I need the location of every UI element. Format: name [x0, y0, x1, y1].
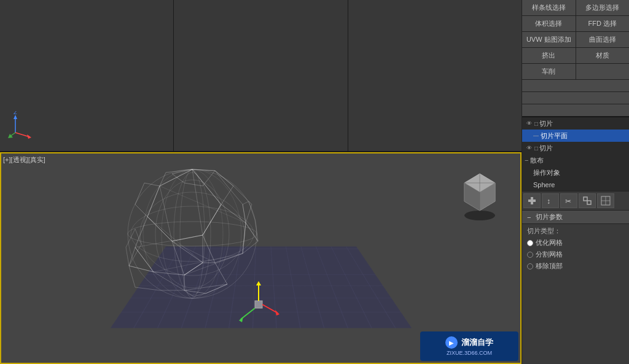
- tree-dot-line: —: [533, 133, 539, 139]
- empty-row-2: [522, 92, 629, 104]
- radio-row-1[interactable]: 优化网格: [522, 237, 629, 249]
- radio-label-split: 分割网格: [536, 250, 563, 259]
- radio-label-optimize: 优化网格: [536, 238, 563, 247]
- svg-point-11: [155, 180, 229, 288]
- tool-snap-icon[interactable]: [579, 193, 596, 208]
- params-panel: − 切片参数 切片类型： 优化网格 分割网格 移除顶部: [522, 211, 629, 364]
- btn-vol-select[interactable]: 体积选择: [522, 16, 576, 31]
- svg-marker-1: [14, 115, 17, 119]
- svg-line-36: [154, 254, 243, 272]
- empty-row-1: [522, 80, 629, 92]
- svg-rect-61: [587, 201, 591, 204]
- params-title: 切片参数: [536, 212, 563, 222]
- tree-item-sphere[interactable]: Sphere: [522, 179, 629, 191]
- tree-item-scatter[interactable]: − 散布: [522, 154, 629, 166]
- svg-point-13: [180, 169, 205, 298]
- svg-line-34: [184, 254, 243, 275]
- svg-text:✂: ✂: [565, 197, 571, 206]
- svg-marker-17: [203, 204, 246, 263]
- tool-icons-row: ↕ ✂: [522, 191, 629, 211]
- button-grid: 样条线选择 多边形选择 体积选择 FFD 选择 UVW 贴图添加 曲面选择 挤出…: [522, 0, 629, 80]
- right-panel: 样条线选择 多边形选择 体积选择 FFD 选择 UVW 贴图添加 曲面选择 挤出…: [522, 0, 629, 364]
- tool-arrow-icon[interactable]: ↕: [542, 193, 559, 208]
- tree-label-slice-plane: 切片平面: [541, 131, 568, 141]
- radio-remove-top[interactable]: [527, 263, 533, 269]
- radio-split[interactable]: [527, 252, 533, 258]
- tree-square-icon2: □: [534, 145, 538, 152]
- svg-marker-21: [192, 169, 233, 204]
- radio-row-2[interactable]: 分割网格: [522, 249, 629, 260]
- svg-rect-60: [584, 197, 587, 201]
- svg-line-35: [135, 235, 203, 247]
- svg-marker-4: [27, 134, 31, 139]
- tree-label-operate: 操作对象: [533, 168, 560, 177]
- btn-ffd-select[interactable]: FFD 选择: [576, 16, 630, 31]
- btn-extrude[interactable]: 挤出: [522, 48, 576, 63]
- viewport-active[interactable]: [+][透视][真实]: [0, 152, 522, 364]
- svg-marker-19: [184, 263, 227, 293]
- svg-point-15: [143, 169, 241, 298]
- watermark-logo: ▶ 溜溜自学: [445, 336, 493, 349]
- svg-marker-26: [215, 171, 252, 223]
- tree-item-slice-plane[interactable]: — 切片平面: [522, 130, 629, 142]
- btn-spline-select[interactable]: 样条线选择: [522, 0, 576, 15]
- svg-point-48: [464, 211, 495, 220]
- viewport-top-right[interactable]: [348, 0, 522, 151]
- svg-line-37: [160, 186, 246, 223]
- tree-label-sphere: Sphere: [533, 181, 555, 188]
- btn-surface-select[interactable]: 曲面选择: [576, 32, 630, 47]
- svg-text:Z: Z: [14, 111, 17, 115]
- empty-row-3: [522, 104, 629, 117]
- svg-marker-43: [256, 281, 261, 285]
- btn-material[interactable]: 材质: [576, 48, 630, 63]
- radio-label-remove-top: 移除顶部: [536, 261, 563, 271]
- tree-minus-icon: −: [525, 157, 528, 164]
- nav-cube[interactable]: [457, 168, 503, 214]
- tree-item-slice2[interactable]: 👁 □ 切片: [522, 142, 629, 154]
- tree-label-slice2: 切片: [539, 144, 553, 153]
- svg-point-14: [162, 169, 223, 298]
- svg-point-8: [128, 222, 257, 246]
- tool-grid-icon[interactable]: [597, 193, 614, 208]
- params-header: − 切片参数: [522, 211, 629, 224]
- svg-marker-24: [243, 223, 258, 254]
- watermark: ▶ 溜溜自学 ZIXUE.3D66.COM: [420, 331, 518, 361]
- viewport-top-center[interactable]: [174, 0, 348, 151]
- svg-line-33: [172, 241, 215, 263]
- svg-point-10: [140, 192, 244, 276]
- watermark-icon: ▶: [445, 336, 458, 349]
- radio-row-3[interactable]: 移除顶部: [522, 260, 629, 272]
- btn-poly-select[interactable]: 多边形选择: [576, 0, 630, 15]
- tree-eye-icon2: 👁: [525, 144, 533, 152]
- axis-indicator: Z: [6, 111, 37, 142]
- viewport-top-left[interactable]: Z: [0, 0, 174, 151]
- btn-lathe[interactable]: 车削: [522, 64, 576, 79]
- svg-text:↕: ↕: [547, 197, 550, 206]
- main-layout: Z [+][透视][真实]: [0, 0, 629, 364]
- params-minus: −: [527, 214, 531, 221]
- svg-marker-27: [184, 284, 227, 296]
- tree-item-operate[interactable]: 操作对象: [522, 166, 629, 179]
- tool-move-icon[interactable]: [523, 193, 541, 208]
- tree-item-slice1[interactable]: 👁 □ 切片: [522, 117, 629, 130]
- svg-marker-47: [239, 317, 243, 322]
- top-viewports: Z: [0, 0, 522, 152]
- svg-rect-57: [528, 199, 536, 202]
- params-section-label: 切片类型：: [522, 224, 629, 237]
- transform-gizmo: [233, 279, 270, 316]
- tree-square-icon1: □: [534, 120, 538, 127]
- tree-eye-icon: 👁: [525, 119, 533, 128]
- svg-line-44: [262, 304, 278, 313]
- svg-marker-45: [275, 310, 279, 316]
- scene-tree: 👁 □ 切片 — 切片平面 👁 □ 切片 − 散布: [522, 117, 629, 191]
- btn-uvw[interactable]: UVW 贴图添加: [522, 32, 576, 47]
- svg-line-31: [203, 204, 221, 235]
- svg-rect-41: [255, 301, 262, 308]
- tool-cut-icon[interactable]: ✂: [560, 193, 577, 208]
- svg-marker-16: [147, 169, 221, 241]
- viewport-label: [+][透视][真实]: [3, 155, 45, 165]
- radio-optimize[interactable]: [527, 240, 533, 246]
- tree-label-scatter: 散布: [530, 156, 544, 165]
- viewport-area: Z [+][透视][真实]: [0, 0, 522, 364]
- svg-point-12: [174, 172, 211, 295]
